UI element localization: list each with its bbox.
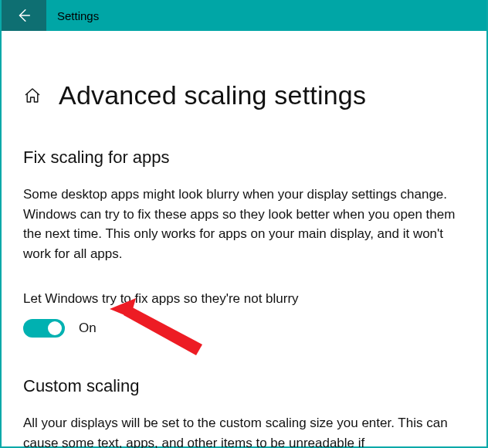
back-button[interactable] [2,0,46,31]
custom-scaling-description: All your displays will be set to the cus… [23,413,456,448]
toggle-fix-blurry-apps[interactable] [23,319,65,338]
page-title: Advanced scaling settings [59,80,366,110]
section-heading-custom-scaling: Custom scaling [23,376,465,396]
fix-scaling-description: Some desktop apps might look blurry when… [23,185,456,263]
window-title: Settings [57,9,99,22]
titlebar: Settings [2,0,486,31]
toggle-label-fix-blurry: Let Windows try to fix apps so they're n… [23,291,465,307]
toggle-knob [48,321,62,335]
section-heading-fix-scaling: Fix scaling for apps [23,148,465,168]
arrow-left-icon [15,7,32,24]
home-icon[interactable] [23,87,42,105]
toggle-state-text: On [79,321,97,336]
